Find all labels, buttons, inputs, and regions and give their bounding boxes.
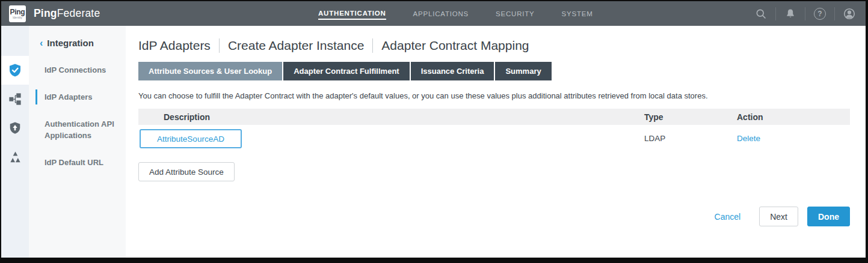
column-header-action: Action xyxy=(737,112,850,122)
sidebar-section-title: Integration xyxy=(47,38,94,48)
help-glyph: ? xyxy=(817,10,822,18)
divider xyxy=(775,7,776,20)
top-bar: Ping Identity PingFederate AUTHENTICATIO… xyxy=(1,1,866,26)
help-icon[interactable]: ? xyxy=(812,6,828,22)
breadcrumb: IdP Adapters Create Adapter Instance Ada… xyxy=(138,38,850,53)
app-title-bold: Ping xyxy=(34,7,57,19)
top-bar-icons: ? xyxy=(753,1,857,26)
tab-adapter-contract-fulfillment[interactable]: Adapter Contract Fulfillment xyxy=(283,62,410,80)
column-header-type: Type xyxy=(644,112,737,122)
divider xyxy=(834,7,835,20)
breadcrumb-separator xyxy=(372,38,373,53)
topology-icon xyxy=(8,92,22,106)
sidebar-menu: IdP Connections IdP Adapters Authenticat… xyxy=(29,56,126,168)
nav-security[interactable]: SECURITY xyxy=(496,8,535,19)
app-title-light: Federate xyxy=(57,7,100,19)
tab-summary[interactable]: Summary xyxy=(495,62,551,80)
sidebar-back-integration[interactable]: ‹Integration xyxy=(29,26,126,56)
next-button[interactable]: Next xyxy=(759,207,798,226)
column-header-description: Description xyxy=(138,112,644,122)
app-window: Ping Identity PingFederate AUTHENTICATIO… xyxy=(1,1,866,258)
main-content: IdP Adapters Create Adapter Instance Ada… xyxy=(126,26,866,258)
page-title: Adapter Contract Mapping xyxy=(381,38,529,53)
attribute-sources-table: Description Type Action AttributeSourceA… xyxy=(138,109,850,151)
system-section-icon[interactable] xyxy=(1,142,29,171)
rail-spacer xyxy=(1,26,29,56)
delete-link[interactable]: Delete xyxy=(737,134,760,143)
cancel-link[interactable]: Cancel xyxy=(715,212,741,222)
ping-logo-text: Ping xyxy=(10,8,25,16)
section-icon-rail xyxy=(1,26,29,258)
top-navigation: AUTHENTICATION APPLICATIONS SECURITY SYS… xyxy=(318,1,593,26)
body-row: ‹Integration IdP Connections IdP Adapter… xyxy=(1,26,866,258)
sidebar-item-idp-adapters[interactable]: IdP Adapters xyxy=(29,91,126,103)
shield-arrow-icon xyxy=(8,121,22,135)
footer-actions: Cancel Next Done xyxy=(138,207,850,226)
breadcrumb-idp-adapters: IdP Adapters xyxy=(138,38,211,53)
nav-authentication[interactable]: AUTHENTICATION xyxy=(318,7,386,20)
triad-icon xyxy=(8,150,22,164)
shield-check-icon xyxy=(8,63,22,77)
screenshot-frame: Ping Identity PingFederate AUTHENTICATIO… xyxy=(0,0,868,263)
divider xyxy=(805,7,805,20)
nav-applications[interactable]: APPLICATIONS xyxy=(413,8,469,19)
app-title: PingFederate xyxy=(34,7,100,20)
table-header-row: Description Type Action xyxy=(138,109,850,125)
add-attribute-source-button[interactable]: Add Attribute Source xyxy=(138,162,235,181)
sidebar-item-idp-default-url[interactable]: IdP Default URL xyxy=(29,157,126,168)
sidebar: ‹Integration IdP Connections IdP Adapter… xyxy=(29,26,126,258)
done-button[interactable]: Done xyxy=(807,207,850,226)
sidebar-item-authentication-api-applications[interactable]: Authentication API Applications xyxy=(29,118,126,141)
security-section-icon[interactable] xyxy=(1,113,29,142)
ping-logo-subtext: Identity xyxy=(13,16,22,19)
back-chevron-icon: ‹ xyxy=(40,38,43,48)
breadcrumb-separator xyxy=(219,38,220,53)
attribute-source-type: LDAP xyxy=(644,134,737,143)
ping-logo: Ping Identity xyxy=(9,5,26,22)
wizard-tabs: Attribute Sources & User Lookup Adapter … xyxy=(138,62,850,80)
table-row: AttributeSourceAD LDAP Delete xyxy=(138,125,850,151)
notifications-bell-icon[interactable] xyxy=(783,6,798,22)
user-account-icon[interactable] xyxy=(842,6,857,22)
search-icon[interactable] xyxy=(753,6,769,22)
breadcrumb-create-adapter-instance: Create Adapter Instance xyxy=(228,38,364,53)
page-description: You can choose to fulfill the Adapter Co… xyxy=(138,91,850,100)
sidebar-item-idp-connections[interactable]: IdP Connections xyxy=(29,64,126,76)
tab-attribute-sources-user-lookup[interactable]: Attribute Sources & User Lookup xyxy=(138,62,282,80)
authentication-section-icon[interactable] xyxy=(1,56,29,85)
tab-issuance-criteria[interactable]: Issuance Criteria xyxy=(411,62,494,80)
brand: Ping Identity PingFederate xyxy=(1,5,100,22)
applications-section-icon[interactable] xyxy=(1,85,29,113)
nav-system[interactable]: SYSTEM xyxy=(562,8,593,19)
attribute-source-link[interactable]: AttributeSourceAD xyxy=(140,129,242,148)
